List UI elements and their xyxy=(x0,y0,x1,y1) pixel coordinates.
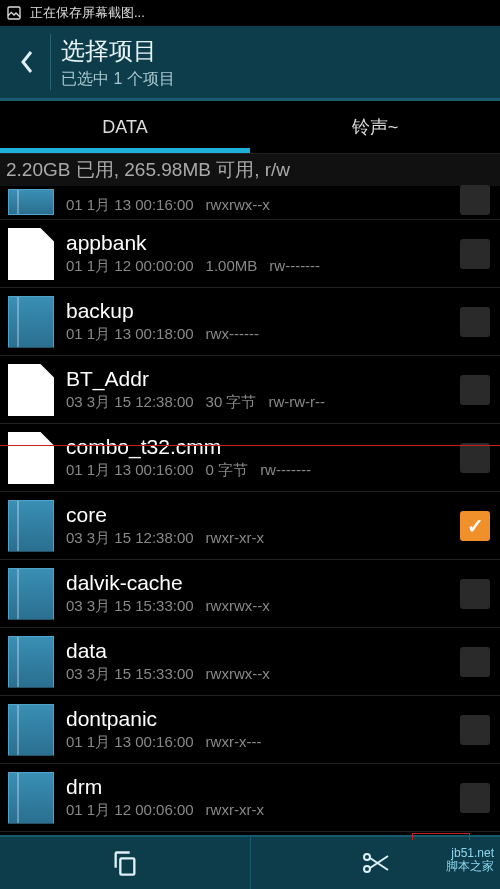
page-title: 选择项目 xyxy=(61,35,175,67)
checkbox[interactable] xyxy=(460,715,490,745)
tab-label: 铃声~ xyxy=(352,115,399,139)
file-name: backup xyxy=(66,299,460,323)
tab-ringtone[interactable]: 铃声~ xyxy=(250,101,500,153)
file-name: drm xyxy=(66,775,460,799)
watermark-url: jb51.net xyxy=(446,847,494,860)
copy-button[interactable] xyxy=(0,837,250,889)
file-permissions: rwxr-xr-x xyxy=(206,529,264,548)
file-name: dalvik-cache xyxy=(66,571,460,595)
tab-data[interactable]: DATA xyxy=(0,101,250,153)
file-meta: 01 1月 13 00:16:00rwxrwx--x xyxy=(66,196,460,215)
watermark-text: 脚本之家 xyxy=(446,860,494,873)
folder-icon xyxy=(8,189,54,215)
file-size: 30 字节 xyxy=(206,393,257,412)
file-meta: 01 1月 13 00:16:000 字节rw------- xyxy=(66,461,460,480)
file-size: 1.00MB xyxy=(206,257,258,276)
file-row[interactable]: core03 3月 15 12:38:00rwxr-xr-x xyxy=(0,492,500,560)
tab-bar: DATA 铃声~ xyxy=(0,101,500,153)
file-row[interactable]: 01 1月 13 00:16:00rwxrwx--x xyxy=(0,186,500,220)
file-info: core03 3月 15 12:38:00rwxr-xr-x xyxy=(66,503,460,548)
file-row[interactable]: BT_Addr03 3月 15 12:38:0030 字节rw-rw-r-- xyxy=(0,356,500,424)
file-row[interactable]: combo_t32.cmm01 1月 13 00:16:000 字节rw----… xyxy=(0,424,500,492)
folder-icon xyxy=(8,296,54,348)
file-date: 03 3月 15 15:33:00 xyxy=(66,597,194,616)
checkbox[interactable] xyxy=(460,647,490,677)
file-size: 0 字节 xyxy=(206,461,249,480)
header-text: 选择项目 已选中 1 个项目 xyxy=(61,35,175,90)
file-meta: 03 3月 15 12:38:00rwxr-xr-x xyxy=(66,529,460,548)
file-date: 01 1月 13 00:18:00 xyxy=(66,325,194,344)
file-date: 01 1月 13 00:16:00 xyxy=(66,196,194,215)
file-date: 03 3月 15 12:38:00 xyxy=(66,393,194,412)
file-meta: 03 3月 15 15:33:00rwxrwx--x xyxy=(66,597,460,616)
file-row[interactable]: dontpanic01 1月 13 00:16:00rwxr-x--- xyxy=(0,696,500,764)
file-name: combo_t32.cmm xyxy=(66,435,460,459)
file-date: 03 3月 15 15:33:00 xyxy=(66,665,194,684)
cut-icon xyxy=(360,849,390,877)
annotation-box xyxy=(412,833,470,840)
file-permissions: rwx------ xyxy=(206,325,259,344)
file-info: combo_t32.cmm01 1月 13 00:16:000 字节rw----… xyxy=(66,435,460,480)
folder-icon xyxy=(8,568,54,620)
file-info: data03 3月 15 15:33:00rwxrwx--x xyxy=(66,639,460,684)
back-button[interactable] xyxy=(8,32,46,92)
selection-count: 已选中 1 个项目 xyxy=(61,69,175,90)
file-name: dontpanic xyxy=(66,707,460,731)
chevron-left-icon xyxy=(19,48,35,76)
checkbox[interactable] xyxy=(460,239,490,269)
svg-point-2 xyxy=(364,866,370,872)
file-permissions: rwxrwx--x xyxy=(206,196,270,215)
file-info: drm01 1月 12 00:06:00rwxr-xr-x xyxy=(66,775,460,820)
file-row[interactable]: data03 3月 15 15:33:00rwxrwx--x xyxy=(0,628,500,696)
checkbox[interactable] xyxy=(460,443,490,473)
folder-icon xyxy=(8,772,54,824)
checkbox[interactable] xyxy=(460,579,490,609)
file-permissions: rw-rw-r-- xyxy=(268,393,325,412)
tab-label: DATA xyxy=(102,117,147,138)
file-row[interactable]: appbank01 1月 12 00:00:001.00MBrw------- xyxy=(0,220,500,288)
status-text: 正在保存屏幕截图... xyxy=(30,4,145,22)
file-date: 01 1月 12 00:06:00 xyxy=(66,801,194,820)
file-icon xyxy=(8,364,54,416)
checkbox[interactable] xyxy=(460,511,490,541)
file-info: backup01 1月 13 00:18:00rwx------ xyxy=(66,299,460,344)
annotation-line xyxy=(0,445,500,446)
file-info: dalvik-cache03 3月 15 15:33:00rwxrwx--x xyxy=(66,571,460,616)
file-row[interactable]: drm01 1月 12 00:06:00rwxr-xr-x xyxy=(0,764,500,832)
file-name: BT_Addr xyxy=(66,367,460,391)
checkbox[interactable] xyxy=(460,375,490,405)
file-row[interactable]: backup01 1月 13 00:18:00rwx------ xyxy=(0,288,500,356)
folder-icon xyxy=(8,500,54,552)
checkbox[interactable] xyxy=(460,185,490,215)
svg-point-3 xyxy=(364,854,370,860)
file-name: data xyxy=(66,639,460,663)
copy-icon xyxy=(111,849,139,877)
storage-info: 2.20GB 已用, 265.98MB 可用, r/w xyxy=(0,153,500,186)
file-permissions: rwxr-x--- xyxy=(206,733,262,752)
file-info: BT_Addr03 3月 15 12:38:0030 字节rw-rw-r-- xyxy=(66,367,460,412)
file-meta: 01 1月 13 00:16:00rwxr-x--- xyxy=(66,733,460,752)
file-permissions: rwxrwx--x xyxy=(206,665,270,684)
file-permissions: rwxr-xr-x xyxy=(206,801,264,820)
image-icon xyxy=(6,5,22,21)
file-icon xyxy=(8,228,54,280)
file-permissions: rw------- xyxy=(269,257,320,276)
file-date: 01 1月 12 00:00:00 xyxy=(66,257,194,276)
divider xyxy=(50,34,51,90)
folder-icon xyxy=(8,704,54,756)
checkbox[interactable] xyxy=(460,783,490,813)
file-row[interactable]: dalvik-cache03 3月 15 15:33:00rwxrwx--x xyxy=(0,560,500,628)
file-list[interactable]: 01 1月 13 00:16:00rwxrwx--xappbank01 1月 1… xyxy=(0,186,500,832)
file-name: appbank xyxy=(66,231,460,255)
watermark: jb51.net 脚本之家 xyxy=(446,847,494,873)
app-header: 选择项目 已选中 1 个项目 xyxy=(0,26,500,101)
file-meta: 01 1月 13 00:18:00rwx------ xyxy=(66,325,460,344)
status-bar: 正在保存屏幕截图... xyxy=(0,0,500,26)
file-permissions: rwxrwx--x xyxy=(206,597,270,616)
file-info: 01 1月 13 00:16:00rwxrwx--x xyxy=(66,194,460,215)
checkbox[interactable] xyxy=(460,307,490,337)
folder-icon xyxy=(8,636,54,688)
file-date: 01 1月 13 00:16:00 xyxy=(66,461,194,480)
svg-rect-1 xyxy=(120,858,134,874)
file-meta: 01 1月 12 00:06:00rwxr-xr-x xyxy=(66,801,460,820)
